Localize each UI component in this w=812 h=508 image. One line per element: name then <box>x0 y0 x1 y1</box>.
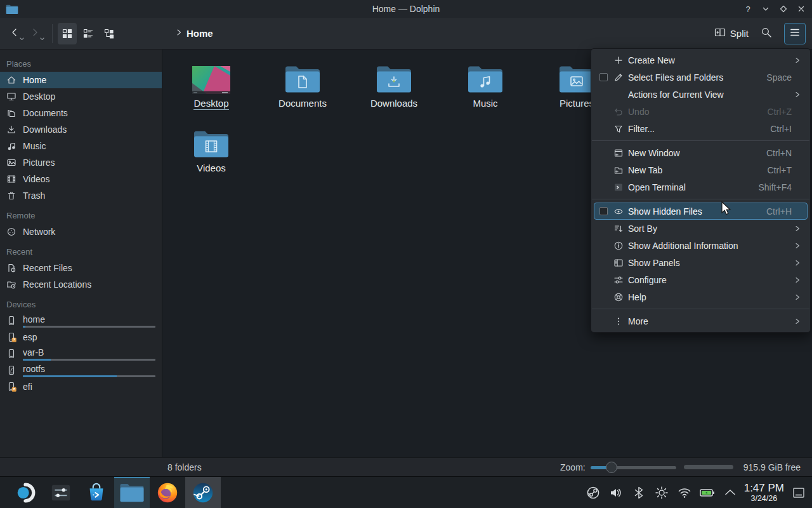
titlebar[interactable]: Home — Dolphin ? <box>0 0 812 18</box>
zoom-slider-handle[interactable] <box>606 462 617 473</box>
taskbar-app-launcher[interactable] <box>8 477 43 508</box>
documents-icon <box>6 108 16 118</box>
sidebar-item-label: Videos <box>23 174 155 184</box>
battery-tray-button[interactable] <box>700 485 715 500</box>
toolbar: Home Split <box>0 18 812 50</box>
hamburger-dropdown-menu: Create NewSelect Files and FoldersSpaceA… <box>591 48 811 333</box>
sort-icon <box>613 224 624 234</box>
forward-history-caret-icon[interactable] <box>40 32 44 43</box>
close-button[interactable] <box>796 4 806 14</box>
menu-item-filter-[interactable]: Filter...Ctrl+I <box>594 120 808 137</box>
sidebar-item-label: home <box>23 314 155 324</box>
hamburger-menu-button[interactable] <box>784 23 806 44</box>
menu-item-shortcut: Shift+F4 <box>758 182 792 192</box>
view-mode-buttons <box>58 23 121 44</box>
menu-item-help[interactable]: Help <box>594 288 808 305</box>
wallpaper-thumbnail <box>192 57 230 94</box>
menu-item-create-new[interactable]: Create New <box>594 51 808 69</box>
sidebar-item-network[interactable]: Network <box>0 224 162 240</box>
taskbar-system-settings[interactable] <box>43 477 79 508</box>
folder-icon <box>376 57 412 94</box>
sidebar-item-pictures[interactable]: Pictures <box>0 154 162 171</box>
folder-item-downloads[interactable]: Downloads <box>348 57 440 122</box>
sidebar-item-rootfs[interactable]: rootfs <box>0 362 162 378</box>
sidebar-item-trash[interactable]: Trash <box>0 187 162 204</box>
desktop-screen: Home — Dolphin ? Home Split <box>0 0 812 508</box>
folder-icon <box>467 57 504 94</box>
back-button[interactable] <box>6 24 23 43</box>
sidebar-item-documents[interactable]: Documents <box>0 105 162 121</box>
menu-item-shortcut: Ctrl+T <box>768 165 792 175</box>
brightness-tray-button[interactable] <box>654 485 669 500</box>
sidebar-item-var-b[interactable]: var-B <box>0 345 162 362</box>
sidebar-item-downloads[interactable]: Downloads <box>0 121 162 138</box>
menu-item-show-hidden-files[interactable]: Show Hidden FilesCtrl+H <box>594 203 808 220</box>
forward-button[interactable] <box>27 24 43 43</box>
zoom-slider[interactable] <box>591 462 676 473</box>
folder-item-label: Music <box>473 98 497 109</box>
clock-time: 1:47 PM <box>744 482 784 494</box>
checkbox-unchecked[interactable] <box>599 207 608 215</box>
bluetooth-tray-button[interactable] <box>631 485 646 500</box>
chevron-up-tray-button[interactable] <box>723 485 738 500</box>
taskbar-discover[interactable] <box>79 477 114 508</box>
checkbox-unchecked[interactable] <box>599 73 608 81</box>
breadcrumb[interactable]: Home <box>175 28 213 39</box>
menu-checkbox[interactable] <box>599 73 613 81</box>
steam-tray-tray-button[interactable] <box>586 485 601 500</box>
drive-icon <box>6 349 16 359</box>
sidebar-item-label: Pictures <box>23 157 155 168</box>
blank-icon <box>613 90 624 100</box>
folder-icon <box>193 122 230 159</box>
wifi-tray-button[interactable] <box>677 485 692 500</box>
menu-item-select-files-and-folders[interactable]: Select Files and FoldersSpace <box>594 69 808 86</box>
search-button[interactable] <box>759 26 774 41</box>
sidebar-item-music[interactable]: Music <box>0 138 162 154</box>
breadcrumb-home[interactable]: Home <box>187 28 213 39</box>
clock[interactable]: 1:47 PM 3/24/26 <box>744 482 784 503</box>
menu-item-label: More <box>628 316 792 326</box>
videos-icon <box>6 174 16 184</box>
back-history-caret-icon[interactable] <box>20 32 24 43</box>
folder-item-documents[interactable]: Documents <box>257 57 348 122</box>
menu-item-open-terminal[interactable]: Open TerminalShift+F4 <box>594 178 808 196</box>
sidebar-item-home[interactable]: Home <box>0 72 162 88</box>
sidebar-item-recent-files[interactable]: Recent Files <box>0 260 162 276</box>
menu-item-new-tab[interactable]: New TabCtrl+T <box>594 161 808 178</box>
sidebar-item-efi[interactable]: efi <box>0 378 162 395</box>
sidebar-item-recent-locations[interactable]: Recent Locations <box>0 276 162 293</box>
eye-icon <box>613 206 624 217</box>
split-button[interactable]: Split <box>714 27 749 40</box>
folder-item-desktop[interactable]: Desktop <box>166 57 257 122</box>
menu-item-shortcut: Space <box>766 72 792 83</box>
minimize-button[interactable] <box>761 4 771 14</box>
sidebar-item-videos[interactable]: Videos <box>0 171 162 187</box>
taskbar-steam[interactable] <box>185 477 221 508</box>
folder-item-music[interactable]: Music <box>440 57 531 122</box>
sidebar-item-esp[interactable]: esp <box>0 329 162 345</box>
menu-item-undo[interactable]: UndoCtrl+Z <box>594 103 808 120</box>
folder-item-videos[interactable]: Videos <box>166 122 257 187</box>
sidebar-item-home[interactable]: home <box>0 312 162 329</box>
sidebar-item-desktop[interactable]: Desktop <box>0 88 162 105</box>
menu-item-show-panels[interactable]: Show Panels <box>594 254 808 271</box>
taskbar-dolphin[interactable] <box>114 477 150 508</box>
menu-item-new-window[interactable]: New WindowCtrl+N <box>594 144 808 161</box>
menu-item-more[interactable]: More <box>594 312 808 330</box>
icons-view-button[interactable] <box>58 23 77 44</box>
menu-item-show-additional-information[interactable]: Show Additional Information <box>594 237 808 254</box>
menu-item-actions-for-current-view[interactable]: Actions for Current View <box>594 86 808 103</box>
menu-item-sort-by[interactable]: Sort By <box>594 220 808 237</box>
volume-tray-button[interactable] <box>608 485 624 500</box>
menu-checkbox[interactable] <box>599 207 613 215</box>
help-button[interactable]: ? <box>743 4 753 14</box>
submenu-arrow-icon <box>792 258 802 267</box>
tree-view-button[interactable] <box>100 23 119 44</box>
maximize-button[interactable] <box>778 4 789 14</box>
breadcrumb-chevron-icon <box>175 28 183 39</box>
show-desktop-button[interactable] <box>790 485 807 501</box>
details-view-button[interactable] <box>79 23 98 44</box>
menu-item-configure[interactable]: Configure <box>594 271 808 288</box>
taskbar-firefox[interactable] <box>150 477 185 508</box>
menu-item-label: Create New <box>628 55 792 65</box>
